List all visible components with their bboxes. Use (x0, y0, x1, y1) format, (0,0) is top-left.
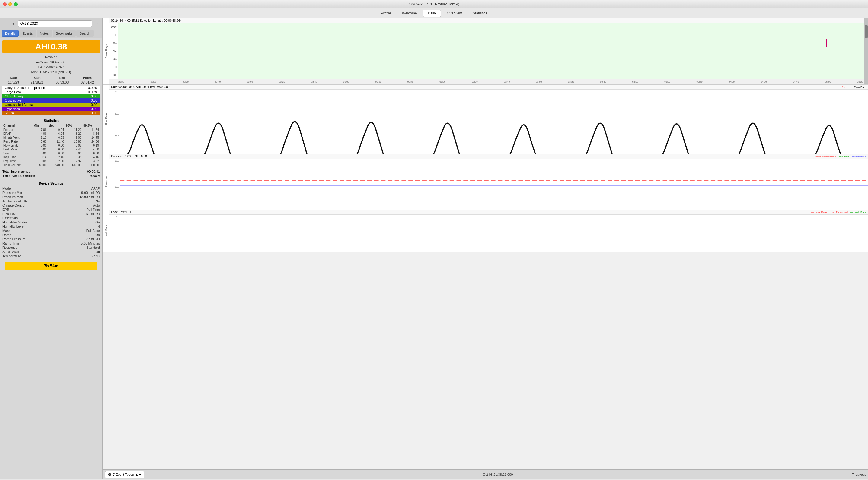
setting-row: Pressure Max12.00 cmH2O (2, 195, 100, 199)
statistics-table: ChannelMinMed95%99.5%Pressure7.069.9411.… (2, 124, 100, 167)
tab-welcome[interactable]: Welcome (397, 10, 422, 17)
titlebar: OSCAR 1.5.1 (Profile: TomP) (0, 0, 868, 8)
date-input[interactable] (18, 20, 92, 27)
status-date: Oct 08 21:38:21.000 (147, 473, 849, 476)
apnea-label: Total time in apnea (2, 170, 30, 173)
date-navigation: ← ▼ → (0, 19, 102, 29)
leak-rate-y-axis: 9.06.03.0 (109, 215, 120, 252)
session-table: Date Start End Hours 10/8/23 21:38:21 05… (2, 76, 100, 84)
tab-daily[interactable]: Daily (423, 10, 441, 17)
totals-section: Total time in apnea 00:00:41 Time over l… (0, 168, 102, 179)
app-title: OSCAR 1.5.1 (Profile: TomP) (409, 2, 459, 6)
event-types-button[interactable]: ⚙ 7 Event Types ▲▼ (105, 471, 144, 478)
session-date: 10/8/23 (2, 80, 25, 84)
status-bar: ⚙ 7 Event Types ▲▼ Oct 08 21:38:21.000 ⚙… (103, 470, 868, 479)
pressure-svg (120, 159, 868, 210)
pressure-chart: Pressure Pressure: 0.00 EPAP: 0.00 — 95%… (103, 154, 868, 210)
device-model: AirSense 10 AutoSet (2, 60, 100, 65)
session-hours: 07:54:42 (75, 80, 100, 84)
device-settings-title: Device Settings (2, 181, 100, 185)
nav-bar: Profile Welcome Daily Overview Statistic… (0, 8, 868, 19)
ca-label: CA (109, 42, 118, 45)
totals-leak-row: Time over leak redline 0.000% (2, 174, 100, 178)
session-duration-bar: 7h 54m (5, 262, 97, 270)
tab-profile[interactable]: Profile (376, 10, 396, 17)
ahi-box: AHI 0.38 (2, 40, 100, 54)
setting-row: Humidifier StatusOn (2, 220, 100, 224)
h-label: H (109, 66, 118, 69)
totals-apnea-row: Total time in apnea 00:00:41 (2, 169, 100, 174)
event-flags-chart: Event Flags 00:24:34 -> 00:25:31 Selecti… (103, 19, 868, 85)
layout-label: Layout (856, 473, 866, 476)
pressure-header: Pressure: 0.00 EPAP: 0.00 (111, 155, 147, 158)
maximize-button[interactable] (14, 2, 18, 6)
statistics-section: Statistics ChannelMinMed95%99.5%Pressure… (0, 117, 102, 168)
next-date-button[interactable]: → (93, 21, 100, 27)
tab-bookmarks[interactable]: Bookmarks (53, 30, 76, 37)
setting-row: Humidity Level4 (2, 224, 100, 229)
minimize-button[interactable] (8, 2, 12, 6)
ahi-label: AHI (35, 42, 50, 51)
tab-events[interactable]: Events (19, 30, 36, 37)
setting-row: EPRFull Time (2, 207, 100, 212)
setting-row: Climate ControlAuto (2, 203, 100, 207)
apnea-value: 00:00:41 (87, 170, 100, 173)
pressure-y-axis: 12.010.08.06.04.0 (109, 159, 120, 210)
oa-label: OA (109, 50, 118, 53)
close-button[interactable] (3, 2, 7, 6)
csr-label: CSR (109, 26, 118, 29)
ll-label: LL (109, 33, 118, 36)
tab-search[interactable]: Search (76, 30, 94, 37)
stats-row: Flow Limit.0.000.000.050.19 (2, 143, 100, 147)
chart-area: Event Flags 00:24:34 -> 00:25:31 Selecti… (103, 19, 868, 470)
session-start: 21:38:21 (25, 80, 50, 84)
flow-rate-y-axis: 75.050.025.00.0-25.0-50.0-75.0 (109, 90, 120, 154)
tab-notes[interactable]: Notes (36, 30, 52, 37)
scrollbar[interactable] (864, 19, 868, 84)
device-settings-section: Device Settings ModeAPAPPressure Min9.00… (0, 179, 102, 259)
ahi-number: 0.38 (51, 42, 67, 51)
event-flags-header: 00:24:34 -> 00:25:31 Selection Length: 0… (111, 19, 182, 22)
statistics-title: Statistics (2, 119, 100, 123)
event-row: Cheyne Stokes Respiration0.00% (2, 85, 100, 90)
session-end: 05:33:03 (50, 80, 74, 84)
col-hours: Hours (75, 76, 100, 80)
setting-row: Ramp Pressure7 cmH2O (2, 237, 100, 241)
main-layout: ← ▼ → Details Events Notes Bookmarks Sea… (0, 19, 868, 479)
setting-row: Antibacterial FilterNo (2, 199, 100, 203)
setting-row: EssentialsOn (2, 216, 100, 220)
tab-statistics[interactable]: Statistics (467, 10, 492, 17)
event-types-icon: ⚙ (108, 472, 112, 477)
flow-rate-header: Duration 00:00:56 AHI 0.00 Flow Rate: 0.… (111, 85, 169, 89)
calendar-icon[interactable]: ▼ (10, 21, 17, 27)
leak-rate-chart: Leak Rate Leak Rate: 0.00 — Leak Rate Up… (103, 210, 868, 252)
stats-row: Snore0.000.000.000.00 (2, 151, 100, 155)
ahi-section: AHI 0.38 ResMed AirSense 10 AutoSet PAP … (0, 38, 102, 117)
stats-row: Resp.Rate5.6012.4016.8024.36 (2, 140, 100, 143)
setting-row: ResponseStandard (2, 245, 100, 250)
setting-row: Temperature27 °C (2, 254, 100, 258)
prev-date-button[interactable]: ← (2, 21, 9, 27)
event-flags-label: Event Flags (103, 19, 109, 84)
col-end: End (50, 76, 74, 80)
device-info: ResMed AirSense 10 AutoSet PAP Mode: APA… (2, 55, 100, 74)
event-row: RERA0.00 (2, 111, 100, 115)
stats-row: Leak Rate0.000.002.404.80 (2, 147, 100, 151)
leak-rate-label: Leak Rate (103, 210, 109, 252)
setting-row: Pressure Min9.00 cmH2O (2, 191, 100, 195)
col-date: Date (2, 76, 25, 80)
tab-details[interactable]: Details (2, 30, 19, 37)
layout-button[interactable]: ⚙ Layout (851, 473, 866, 476)
tab-overview[interactable]: Overview (441, 10, 467, 17)
setting-row: MaskFull Face (2, 229, 100, 233)
event-rows: Cheyne Stokes Respiration0.00%Large Leak… (2, 85, 100, 115)
event-row: Clear Airway0.38 (2, 94, 100, 98)
pressure-label: Pressure (103, 154, 109, 210)
flow-rate-label: Flow Rate (103, 85, 109, 154)
traffic-lights (3, 2, 18, 6)
setting-row: Ramp Time5.00 Minutes (2, 241, 100, 245)
device-settings-rows: ModeAPAPPressure Min9.00 cmH2OPressure M… (2, 186, 100, 258)
right-panel: Event Flags 00:24:34 -> 00:25:31 Selecti… (103, 19, 868, 479)
setting-row: RampOn (2, 233, 100, 237)
device-pap-mode: PAP Mode: APAP (2, 65, 100, 70)
